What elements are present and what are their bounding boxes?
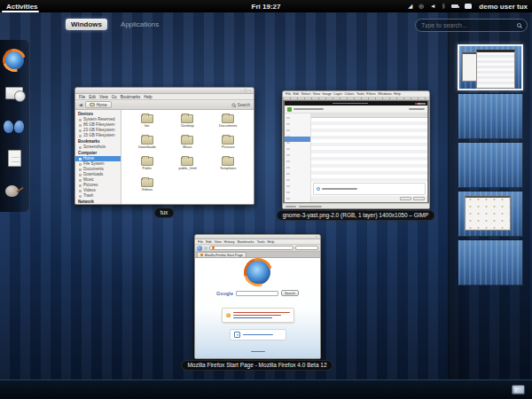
- tab-applications[interactable]: Applications: [115, 19, 164, 30]
- tab-windows[interactable]: Windows: [66, 19, 107, 30]
- workspace-thumbnail-2[interactable]: [458, 93, 523, 139]
- yast-list-rows: [311, 118, 427, 182]
- dash-item-documents[interactable]: [3, 147, 26, 170]
- menu-tools: Tools: [356, 92, 364, 96]
- workspace-thumbnail-1[interactable]: [458, 44, 523, 90]
- workspace-switcher-icon[interactable]: [512, 385, 525, 395]
- back-icon: ◀: [79, 103, 82, 107]
- menu-file: File: [286, 92, 291, 96]
- yast-accept-button: [413, 197, 425, 200]
- dash-item-firefox[interactable]: [3, 49, 26, 72]
- yast-note-bar: [322, 188, 357, 190]
- activities-button[interactable]: Activities: [0, 0, 44, 12]
- favicon: [212, 246, 215, 249]
- download-firefox-box: [230, 329, 286, 340]
- firefox-icon: [4, 51, 24, 70]
- user-menu[interactable]: demo user tux: [479, 3, 528, 11]
- folder-label: Desktop: [181, 124, 194, 128]
- google-logo: Google: [216, 291, 233, 296]
- folder-icon: [181, 157, 193, 166]
- menu-view: View: [215, 240, 222, 244]
- network-signal-icon[interactable]: ◢: [408, 3, 412, 10]
- folder-label: Pictures: [222, 145, 234, 149]
- menu-help: Help: [394, 92, 401, 96]
- search-input[interactable]: [421, 22, 517, 28]
- window-thumbnail-gimp[interactable]: File Edit Select View Image Layer Colors…: [282, 90, 430, 209]
- menu-file: File: [198, 240, 203, 244]
- sidebar-item: 15 GB Filesystem: [75, 133, 121, 138]
- window-caption-gimp: gnome-3-yast.png-2.0 (RGB, 1 layer) 1400…: [277, 210, 435, 221]
- chat-icon[interactable]: [465, 4, 472, 9]
- warning-icon: [226, 313, 231, 317]
- close-icon: ×: [249, 89, 251, 92]
- firefox-start-page: Google Search: [195, 258, 320, 358]
- folder-icon: [181, 114, 193, 123]
- dash: [0, 40, 29, 212]
- google-search-input: [236, 291, 278, 296]
- folder-item: Pictures: [207, 136, 248, 155]
- dash-item-evolution[interactable]: [3, 82, 26, 105]
- clock[interactable]: Fri 19:27: [252, 3, 281, 11]
- nautilus-titlebar: – ▢ ×: [75, 88, 254, 94]
- folder-item: Desktop: [168, 114, 208, 134]
- folder-item: Downloads: [127, 136, 168, 155]
- gimp-statusbar: [283, 203, 429, 208]
- yast-package-list: [311, 113, 427, 202]
- workspace-thumbnail-4[interactable]: [458, 191, 523, 237]
- folder-item: Music: [168, 136, 208, 155]
- menu-tools: Tools: [257, 240, 265, 244]
- yast-sidebar: [285, 113, 311, 202]
- mini-window: [465, 196, 511, 231]
- yast-title-bar: [293, 108, 324, 110]
- google-search-row: Google Search: [195, 290, 320, 296]
- documents-icon: [8, 150, 21, 167]
- folder-item: Templates: [207, 157, 248, 176]
- minimize-icon: –: [240, 89, 242, 92]
- volume-icon[interactable]: ◄: [430, 3, 435, 10]
- folder-item: bin: [127, 114, 168, 134]
- window-thumbnail-firefox[interactable]: × File Edit View History Bookmarks Tools…: [194, 234, 321, 359]
- firefox-navbar: [195, 245, 320, 252]
- notice-line: [233, 312, 290, 314]
- menu-go: Go: [112, 95, 117, 99]
- dash-item-empathy[interactable]: [3, 114, 26, 137]
- folder-label: Public: [142, 167, 152, 170]
- dash-item-gimp[interactable]: [3, 180, 26, 203]
- menu-select: Select: [301, 92, 311, 96]
- bluetooth-icon[interactable]: ᛒ: [442, 3, 445, 10]
- folder-label: Documents: [219, 124, 237, 128]
- window-thumbnail-nautilus[interactable]: – ▢ × File Edit View Go Bookmarks Help ◀…: [74, 87, 254, 205]
- universal-access-icon[interactable]: ◎: [419, 3, 424, 10]
- mini-window: [476, 50, 515, 89]
- yast-icon: [287, 107, 292, 112]
- battery-icon[interactable]: [451, 4, 458, 8]
- window-caption-nautilus: tux: [154, 207, 175, 218]
- firefox-logo: [246, 260, 270, 285]
- info-icon: [317, 187, 320, 191]
- search-box[interactable]: [415, 19, 528, 32]
- nautilus-sidebar: Devices System Reserved 86 GB Filesystem…: [75, 110, 121, 204]
- close-icon: ×: [316, 235, 317, 239]
- folder-label: Videos: [142, 188, 153, 192]
- menu-view: View: [313, 92, 320, 96]
- menu-layer: Layer: [333, 92, 342, 96]
- nautilus-menubar: File Edit View Go Bookmarks Help: [75, 94, 254, 100]
- url-field: [209, 246, 293, 250]
- nautilus-search: Search: [231, 103, 250, 107]
- yast-description-box: [313, 183, 426, 195]
- gimp-canvas: [283, 100, 429, 203]
- folder-icon: [222, 114, 234, 123]
- gimp-menubar: File Edit Select View Image Layer Colors…: [283, 91, 429, 98]
- view-tabs: Windows Applications: [66, 19, 164, 30]
- workspace-thumbnail-3[interactable]: [458, 142, 523, 188]
- search-field: [295, 246, 318, 250]
- nautilus-folder-grid: bin Desktop Documents Downloads Music Pi…: [121, 110, 254, 204]
- workspace-thumbnail-5[interactable]: [458, 239, 523, 286]
- yast-field-bar: [409, 108, 425, 110]
- folder-icon: [141, 114, 153, 123]
- folder-item: public_html: [168, 157, 208, 176]
- folder-icon: [141, 136, 153, 145]
- folder-label: public_html: [178, 167, 196, 170]
- folder-label: Music: [183, 145, 192, 149]
- menu-help: Help: [144, 95, 152, 99]
